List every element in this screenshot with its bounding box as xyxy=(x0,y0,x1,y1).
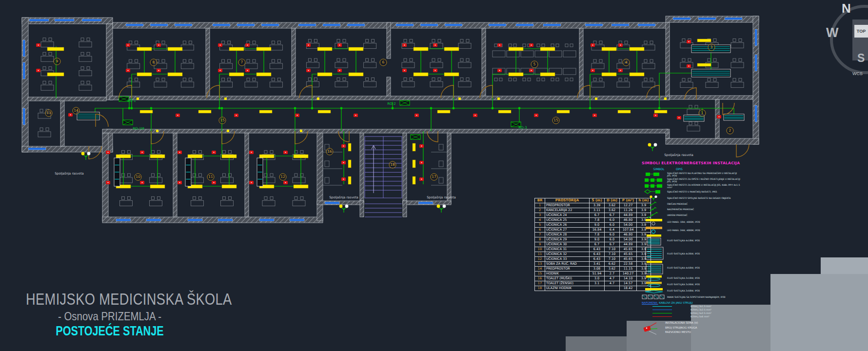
room-marker: 18 xyxy=(389,161,396,169)
fluoB-symbol-icon xyxy=(642,247,667,260)
viewcube-north-label[interactable]: N xyxy=(842,1,851,16)
panik-symbol-icon xyxy=(642,294,667,300)
flower-symbol-icon xyxy=(642,195,667,201)
sq3-symbol-icon xyxy=(642,177,667,183)
legend-item: FLUO SVETILJKA 4x36W, IP20 xyxy=(642,247,744,260)
legend-item: LED PANEL 24W, 4000K, IP20 xyxy=(642,226,744,234)
drawing-status: POSTOJEĆE STANJE xyxy=(26,324,194,339)
viewcube-south-label[interactable]: S xyxy=(857,52,865,65)
table-row: 18ULAZNI HODNIK18.42 xyxy=(535,286,651,291)
table-row: 5UČIONICA 269.06.054.003.9 xyxy=(535,223,651,228)
legend-item: SIJALIČNO MESTO SPOLJNE RASVETE NA FASAD… xyxy=(642,195,744,201)
viewcube-west-label[interactable]: W xyxy=(826,25,838,40)
fluoC-symbol-icon xyxy=(642,261,667,274)
callout-label: BROJ STRUJNOG KRUGA xyxy=(665,326,698,331)
legend-title: SIMBOLI ELEKTROENERGETSKIH INSTALACIJA xyxy=(642,161,744,165)
table-col-header: BR xyxy=(535,198,545,203)
room-marker: 7 xyxy=(238,59,246,66)
note-text: KABLOVI ZA JAKU STRUJU xyxy=(659,301,692,304)
table-col-header: P (m²) xyxy=(620,198,637,203)
autocad-model-space[interactable]: 98765431314151510111216181712 RO-1RO-2RO… xyxy=(0,0,868,351)
room-marker: 13 xyxy=(45,110,53,117)
cable-color-row: N2XH-J 3x1.5 mm² xyxy=(652,305,744,308)
room-marker: 4 xyxy=(623,59,630,66)
room-marker: 8 xyxy=(150,59,158,66)
table-row: 3UČIONICA 246.76.744.893.9 xyxy=(535,213,651,218)
stairs-layer xyxy=(365,136,402,217)
legend-item: PANIK SVETILJKA SA SOPSTVENIM NAPAJANJEM… xyxy=(642,294,744,300)
ledO-symbol-icon xyxy=(642,226,667,234)
furniture-layer xyxy=(38,38,744,206)
drawing-title: HEMIJSKO MEDICINSKA ŠKOLA xyxy=(26,290,194,309)
cable-color-row: N2XH-J 5x6 mm² xyxy=(652,315,744,318)
table-col-header: PROSTORIJA xyxy=(545,198,590,203)
table-col-header: Š (m) xyxy=(590,198,605,203)
fluoA-symbol-icon xyxy=(642,234,667,246)
room-marker: 15 xyxy=(552,117,560,124)
legend-item: FLUO SVETILJKA 4x18W, IP20 xyxy=(642,234,744,246)
table-row: 2KANCELARIJA 223.113.6211.263.9 xyxy=(535,208,651,213)
table-row: 9UČIONICA 306.76.744.893.9 xyxy=(535,242,651,247)
room-marker: 14 xyxy=(73,107,80,115)
legend-item: SIJALIČNO MESTO NA PLAFONU SA PREKIDAČEM… xyxy=(642,172,744,177)
legend-item: FLUO SVETILJKA 2x18W, IP20 xyxy=(642,275,744,281)
sw1-symbol-icon xyxy=(642,201,667,206)
ext-label: Spoljašnja rasveta xyxy=(55,172,84,176)
legend-item: LED PANEL 18W, 4000K, IP20 xyxy=(642,218,744,226)
legend-col-desc: OPIS xyxy=(676,167,683,171)
room-marker: 1 xyxy=(699,110,706,117)
legend-item: UKRSNI PREKIDAČ xyxy=(642,212,744,218)
callout-label: INSTALACIONA ŠEMA (V) xyxy=(665,321,698,326)
device-callout: INSTALACIONA ŠEMA (V)BROJ STRUJNOG KRUGA… xyxy=(642,321,744,337)
table-row: 15HODNIK51.942.7140.273.9 xyxy=(535,272,651,276)
alarm-device-icon xyxy=(642,321,661,337)
room-marker: 16 xyxy=(326,148,334,156)
ledY-symbol-icon xyxy=(642,218,667,226)
table-row: 4UČIONICA 257.86.046.803.9 xyxy=(535,218,651,223)
sq2-symbol-icon xyxy=(642,172,667,177)
viewcube-wcs-menu[interactable]: WCS xyxy=(852,71,863,76)
room-marker: 11 xyxy=(207,174,215,181)
ro-label: RO-1 xyxy=(127,99,136,103)
room-schedule-table: BRPROSTORIJAŠ (m)D (m)P (m²)h (m) 1PREDP… xyxy=(534,198,651,291)
table-row: 12UČIONICA 336.437.1045.653.9 xyxy=(535,257,651,262)
table-row: 10UČIONICA 316.437.1045.653.9 xyxy=(535,247,651,252)
symbols-legend: SIMBOLI ELEKTROENERGETSKIH INSTALACIJA S… xyxy=(642,161,744,337)
ext-label: Spoljašnja rasveta xyxy=(427,195,456,199)
room-marker: 3 xyxy=(708,44,715,51)
table-col-header: D (m) xyxy=(605,198,620,203)
room-marker: 6 xyxy=(380,59,387,66)
legend-col-symbol: SIMBOL xyxy=(642,167,676,171)
legend-item: FLUO SVETILJKA 2x58W, IP20 xyxy=(642,288,744,293)
ro-label: RO-3 xyxy=(518,126,527,130)
table-row: 17TOALET (ŽENSKI)3.14.714.573.9 xyxy=(535,281,651,286)
legend-item: SIJALIČNO MESTO ZA OPŠTE I NUŽNO OSVETLJ… xyxy=(642,177,744,183)
drawing-subtitle: - Osnova PRIZEMLJA - xyxy=(20,310,199,323)
barW-symbol-icon xyxy=(642,288,667,293)
legend-item: NAIZMENIČNI PREKIDAČ xyxy=(642,207,744,212)
legend-column-headers: SIMBOL OPIS xyxy=(642,167,744,171)
cable-color-row: N2XH-J 5x2.5 mm² xyxy=(652,312,744,314)
barE2-symbol-icon xyxy=(642,281,667,287)
ro-label: RO-1M xyxy=(133,127,144,131)
room-table-header: BRPROSTORIJAŠ (m)D (m)P (m²)h (m) xyxy=(535,198,651,203)
sw2-symbol-icon xyxy=(642,207,667,212)
diam-symbol-icon xyxy=(642,189,667,195)
ro-label: RO-2 xyxy=(387,102,396,106)
cable-color-key: N2XH-J 3x1.5 mm²N2XH-J 3x2.5 mm²N2XH-J 5… xyxy=(642,305,744,318)
title-block: HEMIJSKO MEDICINSKA ŠKOLA - Osnova PRIZE… xyxy=(5,290,215,339)
table-row: 11UČIONICA 326.437.1045.653.9 xyxy=(535,252,651,257)
legend-item: FLUO SVETILJKA 4x58W, IP20 xyxy=(642,261,744,274)
legend-item: SIJALIČNO MESTO U PANIČNOJ RASVETI, IP65 xyxy=(642,189,744,195)
ext-label: Spoljašnja rasveta xyxy=(664,153,693,157)
table-row: 1PREDPROSTOR3.393.6212.273.9 xyxy=(535,203,651,208)
table-row: 13SOBA ZA RUČ. RAD3.416.6222.583.9 xyxy=(535,262,651,267)
note-label: NAPOMENA: xyxy=(642,301,658,304)
viewcube-top-button[interactable]: TOP xyxy=(854,25,868,38)
table-row: 14PREDPROSTOR3.083.6211.153.9 xyxy=(535,267,651,272)
room-marker: 9 xyxy=(54,58,61,65)
cable-color-row: N2XH-J 3x2.5 mm² xyxy=(652,309,744,311)
room-marker: 15 xyxy=(219,117,226,124)
room-marker: 2 xyxy=(727,127,734,135)
table-row: 7UČIONICA 287.86.046.803.9 xyxy=(535,233,651,237)
